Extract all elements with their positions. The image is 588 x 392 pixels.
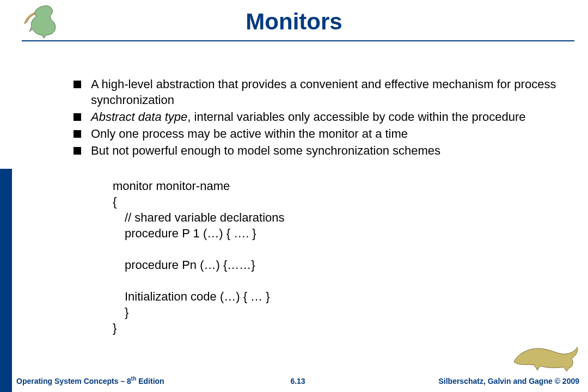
bullet-text: Abstract data type, internal variables o… — [91, 109, 566, 125]
title-underline — [22, 40, 574, 41]
bullet-item: But not powerful enough to model some sy… — [74, 143, 566, 158]
dinosaur-bottom-icon — [511, 341, 579, 372]
bullet-item: Abstract data type, internal variables o… — [74, 109, 566, 125]
code-line — [113, 273, 566, 289]
footer-authors: Silberschatz, Galvin and Gagne © 2009 — [438, 377, 579, 385]
code-block: monitor monitor-name { // shared variabl… — [113, 178, 566, 336]
bullet-square-icon — [74, 130, 81, 138]
code-line: procedure Pn (…) {……} — [113, 257, 566, 273]
footer-book-title-a: Operating System Concepts – 8 — [16, 377, 131, 385]
slide-title-wrap: Monitors — [246, 9, 342, 35]
code-line: } — [113, 320, 566, 336]
footer-left: Operating System Concepts – 8th Edition — [16, 376, 164, 385]
bullet-item: A high-level abstraction that provides a… — [74, 76, 566, 108]
code-line: // shared variable declarations — [113, 210, 566, 225]
bullet-text: But not powerful enough to model some sy… — [91, 143, 566, 158]
slide-footer: Operating System Concepts – 8th Edition … — [16, 372, 579, 385]
slide-title: Monitors — [246, 9, 342, 35]
slide-content: A high-level abstraction that provides a… — [74, 76, 566, 336]
bullet-item: Only one process may be active within th… — [74, 126, 566, 142]
code-line: procedure P 1 (…) { …. } — [113, 225, 566, 241]
footer-page-number: 6.13 — [290, 377, 305, 385]
bullet-text: A high-level abstraction that provides a… — [91, 76, 566, 108]
code-line — [113, 241, 566, 257]
footer-ordinal-sup: th — [131, 376, 136, 382]
footer-book-title-b: Edition — [136, 377, 164, 385]
left-accent-bar — [0, 0, 12, 392]
code-line: { — [113, 194, 566, 210]
code-line: Initialization code (…) { … } — [113, 289, 566, 304]
left-bar-gap — [0, 0, 12, 169]
dinosaur-top-icon — [19, 3, 71, 39]
code-line: monitor monitor-name — [113, 178, 566, 194]
code-line: } — [113, 304, 566, 320]
bullet-square-icon — [74, 147, 81, 155]
bullet-text: Only one process may be active within th… — [91, 126, 566, 142]
bullet-square-icon — [74, 113, 81, 121]
bullet-square-icon — [74, 81, 81, 88]
